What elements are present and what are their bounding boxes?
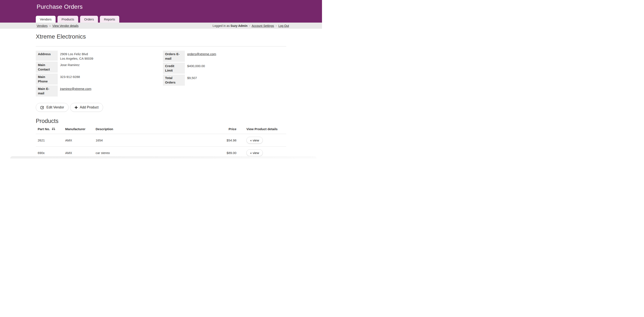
sort-descending-icon [52,128,55,130]
breadcrumb-separator: › [50,24,50,28]
separator-dash: - [249,24,250,28]
detail-value-credit-limit: $400,000.00 [185,63,205,74]
main-content: Xtreme Electronics Address 2909 Los Feli… [0,32,322,158]
column-header-view-details: View Product details [238,127,286,134]
plus-icon [74,106,78,109]
vendor-name-heading: Xtreme Electronics [36,32,286,41]
nav-tabs: Vendors Products Orders Reports [36,16,119,22]
column-header-part-no[interactable]: Part No. [36,127,63,134]
detail-label: Main Phone [36,74,58,84]
detail-label: Main Contact [36,62,58,73]
tab-products[interactable]: Products [58,16,78,22]
detail-row-orders-email: Orders E-mail orders@xtreme.com [163,51,216,62]
tab-orders[interactable]: Orders [80,16,98,22]
view-product-button[interactable]: « view [246,149,263,156]
detail-row-main-phone: Main Phone 323-912-9288 [36,74,163,84]
column-header-price: Price [211,127,238,134]
separator-dash: - [276,24,277,28]
add-product-label: Add Product [80,106,98,109]
detail-row-main-email: Main E-mail jramirez@xtreme.com [36,86,163,96]
breadcrumb: Vendors›View Vendor details [37,24,78,28]
detail-value-total-orders: $9,507 [185,74,197,86]
table-row: 2621 AMX 1654 $54.98 « view [36,134,286,146]
detail-value-main-email: jramirez@xtreme.com [58,86,91,96]
address-line-1: 2909 Los Feliz Blvd [60,52,93,56]
address-line-2: Los Angeles, CA 90039 [60,56,93,61]
detail-label: Orders E-mail [163,51,185,62]
tab-reports[interactable]: Reports [100,16,119,22]
heading-divider [36,46,286,46]
cell-manufacturer: AMX [63,134,94,146]
add-product-button[interactable]: Add Product [70,103,103,112]
cell-part-no: 2621 [36,134,63,146]
user-name: Suzy Admin [230,24,248,28]
vendor-details: Address 2909 Los Feliz Blvd Los Angeles,… [36,51,286,97]
cell-price: $54.98 [211,134,238,146]
app-header: Purchase Orders Vendors Products Orders … [0,0,322,22]
detail-value-main-contact: Jose Ramirez [58,62,80,73]
log-out-link[interactable]: Log Out [278,24,289,28]
products-header-row: Part No. Manufacturer Description Price … [36,127,286,134]
view-product-button[interactable]: « view [246,137,263,144]
app-title: Purchase Orders [37,4,83,10]
column-header-description: Description [94,127,211,134]
products-heading: Products [36,118,286,125]
top-bar: Vendors›View Vendor details Logged in as… [0,22,322,29]
detail-value-address: 2909 Los Feliz Blvd Los Angeles, CA 9003… [58,51,93,61]
products-table: Part No. Manufacturer Description Price … [36,127,286,158]
vendor-details-left: Address 2909 Los Feliz Blvd Los Angeles,… [36,51,163,97]
edit-pencil-square-icon [40,106,44,110]
app-window: Purchase Orders Vendors Products Orders … [0,0,322,158]
logged-in-prefix: Logged in as [212,24,230,28]
detail-value-orders-email: orders@xtreme.com [185,51,216,62]
tab-vendors[interactable]: Vendors [36,16,56,22]
detail-row-credit-limit: Credit Limit $400,000.00 [163,63,216,74]
vendor-actions: Edit Vendor Add Product [36,103,286,112]
detail-row-main-contact: Main Contact Jose Ramirez [36,62,163,73]
detail-label: Main E-mail [36,86,58,96]
detail-value-main-phone: 323-912-9288 [58,74,80,84]
detail-label: Address [36,51,58,61]
detail-row-total-orders: Total Orders $9,507 [163,74,216,86]
footer-strip [10,156,316,158]
edit-vendor-button[interactable]: Edit Vendor [36,103,68,112]
detail-label: Credit Limit [163,63,185,74]
detail-label: Total Orders [163,74,185,86]
orders-email-link[interactable]: orders@xtreme.com [187,52,216,56]
edit-vendor-label: Edit Vendor [46,106,64,109]
breadcrumb-vendors-link[interactable]: Vendors [37,24,48,28]
account-settings-link[interactable]: Account Settings [252,24,274,28]
column-header-manufacturer: Manufacturer [63,127,94,134]
breadcrumb-view-vendor-link[interactable]: View Vendor details [52,24,78,28]
session-info: Logged in as Suzy Admin - Account Settin… [212,24,289,28]
detail-row-address: Address 2909 Los Feliz Blvd Los Angeles,… [36,51,163,61]
main-email-link[interactable]: jramirez@xtreme.com [60,87,91,90]
cell-description: 1654 [94,134,211,146]
vendor-details-right: Orders E-mail orders@xtreme.com Credit L… [163,51,216,86]
